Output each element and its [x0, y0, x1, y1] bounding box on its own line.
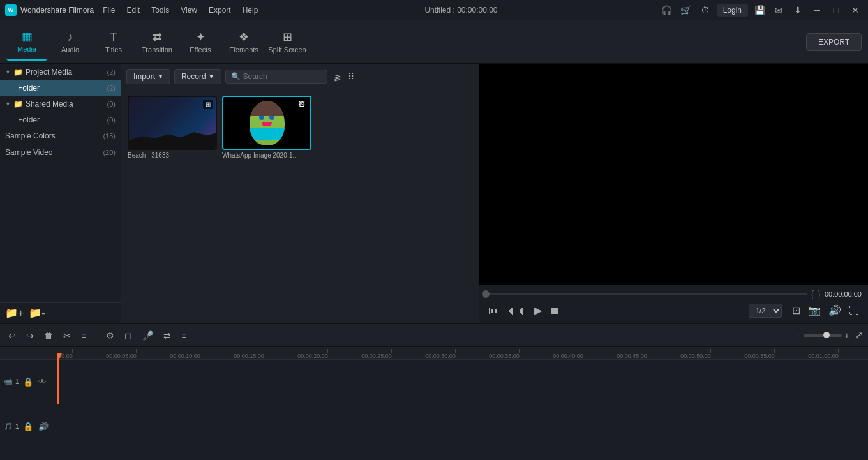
redo-button[interactable]: ↪ [23, 329, 37, 343]
save-icon[interactable]: 💾 [752, 3, 767, 18]
folder-icon: 📁 [13, 68, 23, 77]
mask-button[interactable]: ◻ [121, 329, 135, 343]
sidebar-section-project-media[interactable]: ▼ 📁 Project Media (2) [0, 64, 121, 80]
step-back-button[interactable]: ⏮ [486, 302, 501, 319]
grid-view-icon[interactable]: ⠿ [348, 71, 354, 82]
filter-icon[interactable]: ⫺ [334, 71, 341, 82]
video-track-number: 1 [15, 378, 19, 385]
minimize-button[interactable]: ─ [809, 3, 825, 18]
toolbar-elements[interactable]: ❖ Elements [223, 24, 264, 61]
sample-video-label: Sample Video [5, 148, 53, 157]
track-lock-button[interactable]: 🔒 [22, 376, 34, 388]
track-eye-button[interactable]: 👁 [37, 376, 48, 388]
media-thumb-whatsapp[interactable]: 🖼 [222, 96, 311, 150]
menu-export[interactable]: Export [204, 4, 236, 16]
splitscreen-label: Split Screen [268, 46, 306, 54]
toolbar-media[interactable]: ▦ Media [6, 24, 47, 61]
zoom-handle[interactable] [823, 332, 830, 338]
sidebar-item-sample-colors[interactable]: Sample Colors (15) [0, 128, 121, 144]
transition-label: Transition [142, 46, 172, 54]
cart-icon[interactable]: 🛒 [678, 3, 694, 18]
close-button[interactable]: ✕ [848, 3, 863, 18]
undo-button[interactable]: ↩ [5, 329, 19, 343]
volume-button[interactable]: 🔊 [826, 302, 844, 319]
sidebar-item-sample-video[interactable]: Sample Video (20) [0, 144, 121, 161]
audio-volume-button[interactable]: 🔊 [37, 420, 50, 433]
transition-icon: ⇄ [153, 30, 162, 44]
menu-file[interactable]: File [98, 4, 120, 16]
progress-bar[interactable] [486, 293, 807, 295]
zoom-slider[interactable] [804, 334, 842, 337]
fullscreen-button[interactable]: ⛶ [846, 302, 862, 319]
toolbar-splitscreen[interactable]: ⊞ Split Screen [267, 24, 308, 61]
ruler-mark-9: 00:00:45:00 [617, 353, 647, 359]
ruler-mark-3: 00:00:15:00 [234, 353, 264, 359]
elements-label: Elements [229, 46, 258, 54]
menu-view[interactable]: View [176, 4, 202, 16]
preview-extra-buttons: ⊡ 📷 🔊 ⛶ [789, 302, 862, 319]
new-folder-icon[interactable]: 📁+ [5, 307, 24, 319]
track-labels: 📹 1 🔒 👁 🎵 1 🔒 🔊 [0, 347, 57, 460]
screenshot-button[interactable]: ⊡ [789, 302, 803, 319]
toolbar-titles[interactable]: T Titles [93, 24, 134, 61]
settings-button[interactable]: ⚙ [103, 329, 117, 343]
ruler-mark-1: 00:00:05:00 [106, 353, 137, 359]
camera-button[interactable]: 📷 [805, 302, 823, 319]
quality-select[interactable]: 1/2 1/4 Full [749, 304, 782, 318]
media-label-beach: Beach - 31633 [128, 152, 217, 159]
effects-label: Effects [190, 46, 211, 54]
subtitle-button[interactable]: ≡ [178, 329, 190, 343]
stop-button[interactable]: ⏹ [547, 302, 562, 319]
headset-icon[interactable]: 🎧 [659, 3, 675, 18]
remove-folder-icon[interactable]: 📁- [29, 307, 45, 319]
preview-screen [479, 64, 868, 285]
mic-button[interactable]: 🎤 [139, 329, 156, 343]
toolbar-audio[interactable]: ♪ Audio [50, 24, 91, 61]
import-arrow-icon: ▼ [158, 73, 163, 80]
menu-tools[interactable]: Tools [146, 4, 174, 16]
bracket-left: { [811, 289, 814, 299]
export-button[interactable]: EXPORT [806, 33, 862, 51]
sidebar-item-folder2[interactable]: Folder (0) [0, 112, 121, 128]
clock-icon[interactable]: ⏱ [698, 3, 713, 18]
mail-icon[interactable]: ✉ [771, 3, 786, 18]
play-button[interactable]: ▶ [532, 302, 544, 319]
audio-lock-button[interactable]: 🔒 [22, 420, 34, 433]
ruler-mark-6: 00:00:30:00 [425, 353, 456, 359]
login-button[interactable]: Login [717, 4, 748, 17]
audio-track-icon: 🎵 [4, 422, 13, 431]
cut-button[interactable]: ✂ [60, 329, 74, 343]
toolbar-effects[interactable]: ✦ Effects [180, 24, 221, 61]
sidebar-section-shared-media[interactable]: ▼ 📁 Shared Media (0) [0, 96, 121, 112]
media-icon: ▦ [22, 29, 33, 43]
toolbar-transition[interactable]: ⇄ Transition [137, 24, 177, 61]
download-icon[interactable]: ⬇ [790, 3, 805, 18]
main-area: ▼ 📁 Project Media (2) Folder (2) ▼ 📁 Sha… [0, 64, 868, 323]
search-input[interactable] [243, 72, 322, 81]
zoom-plus-icon[interactable]: + [844, 330, 849, 341]
video-track-row[interactable] [57, 360, 868, 404]
menu-edit[interactable]: Edit [122, 4, 146, 16]
sidebar-item-folder[interactable]: Folder (2) [0, 80, 121, 96]
ruler-mark-4: 00:00:20:00 [297, 353, 328, 359]
search-box: 🔍 [225, 70, 327, 84]
preview-panel: { } 00:00:00:00 ⏮ ⏴⏴ ▶ ⏹ 1/2 1/4 Full ⊡ [479, 64, 868, 323]
media-thumb-beach[interactable]: ⊞ [128, 96, 217, 150]
import-button[interactable]: Import ▼ [126, 69, 170, 84]
zoom-minus-icon[interactable]: − [796, 330, 801, 341]
progress-handle[interactable] [482, 290, 490, 298]
playhead[interactable] [57, 360, 59, 404]
preview-buttons: ⏮ ⏴⏴ ▶ ⏹ 1/2 1/4 Full ⊡ 📷 🔊 ⛶ [486, 302, 862, 319]
section-shared-media-count: (0) [107, 100, 116, 108]
adjust-button[interactable]: ≡ [78, 329, 89, 343]
audio-track-row[interactable] [57, 404, 868, 449]
main-toolbar: ▦ Media ♪ Audio T Titles ⇄ Transition ✦ … [0, 20, 868, 64]
maximize-button[interactable]: □ [828, 3, 844, 18]
ruler-mark-10: 00:00:50:00 [680, 353, 711, 359]
frame-back-button[interactable]: ⏴⏴ [504, 302, 529, 319]
transition-tl-button[interactable]: ⇄ [160, 329, 174, 343]
delete-button[interactable]: 🗑 [41, 329, 56, 343]
record-button[interactable]: Record ▼ [174, 69, 221, 84]
expand-icon[interactable]: ⤢ [855, 329, 863, 341]
menu-help[interactable]: Help [237, 4, 264, 16]
